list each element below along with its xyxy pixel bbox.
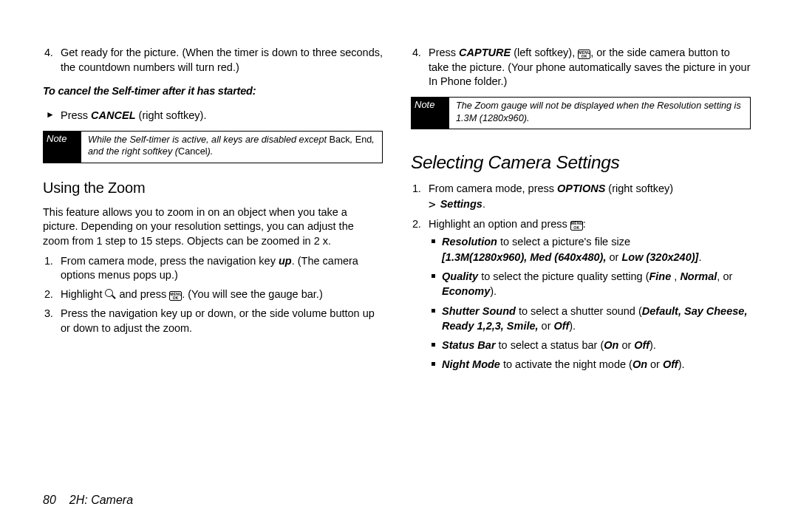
bold-key: CANCEL — [88, 109, 135, 121]
right-column: 4. Press CAPTURE (left softkey), MENU OK… — [411, 46, 751, 377]
bold-key: CAPTURE — [459, 47, 511, 58]
ordered-list: 1. From camera mode, press the navigatio… — [43, 254, 383, 336]
option-name: Quality — [442, 270, 478, 282]
menu-ok-key-icon: MENU OK — [578, 50, 590, 59]
option-values: Low (320x240)] — [621, 251, 698, 263]
page-number: 80 — [43, 494, 69, 506]
text: to select a status bar ( — [496, 339, 604, 351]
section-name: 2H: Camera — [69, 494, 133, 506]
option-value: On — [632, 358, 647, 370]
text: or — [647, 358, 663, 370]
list-number: 4. — [44, 46, 53, 61]
option-value: Normal — [680, 270, 717, 282]
option-value: Fine — [649, 270, 674, 282]
text: (left softkey), — [511, 47, 578, 58]
list-number: 1. — [412, 182, 421, 197]
text: . (You will see the gauge bar.) — [182, 288, 323, 300]
note-text: While the Self-timer is active, all keys… — [88, 134, 330, 145]
menu-ok-key-icon: MENU OK — [169, 291, 182, 301]
option-name: Shutter Sound — [442, 305, 516, 317]
list-text: Get ready for the picture. (When the tim… — [61, 47, 383, 73]
ordered-list: 4. Get ready for the picture. (When the … — [43, 46, 383, 75]
text: From camera mode, press the navigation k… — [61, 255, 279, 267]
bullet-item: Resolution to select a picture's file si… — [442, 234, 751, 265]
bold-key: OPTIONS — [557, 183, 605, 194]
main-heading: Selecting Camera Settings — [411, 150, 751, 174]
text: ). — [649, 339, 656, 351]
text: Highlight an option and press — [429, 218, 570, 230]
list-item: 3. Press the navigation key up or down, … — [61, 307, 383, 335]
list-item: 1. From camera mode, press the navigatio… — [61, 254, 383, 283]
bold-key: up — [279, 255, 292, 267]
list-number: 4. — [412, 46, 421, 61]
note-badge: Note — [43, 131, 81, 163]
two-column-layout: 4. Get ready for the picture. (When the … — [43, 46, 761, 377]
list-item: 4. Get ready for the picture. (When the … — [61, 46, 383, 75]
list-item: 1. From camera mode, press OPTIONS (righ… — [429, 182, 751, 212]
text: (right softkey). — [136, 109, 207, 121]
magnifier-icon — [105, 289, 116, 300]
text: or — [618, 339, 634, 351]
list-item: 2. Highlight and press MENU OK. (You wil… — [61, 287, 383, 302]
paragraph: This feature allows you to zoom in on an… — [43, 205, 383, 249]
text: ). — [490, 285, 497, 297]
text: . — [482, 198, 485, 210]
left-column: 4. Get ready for the picture. (When the … — [43, 46, 383, 377]
page-footer: 802H: Camera — [43, 494, 133, 507]
sub-heading: To cancel the Self-timer after it has st… — [43, 84, 383, 99]
text: Press — [61, 109, 88, 121]
text: , or — [717, 270, 732, 282]
menu-ok-key-icon: MENU OK — [570, 221, 583, 231]
note-key: Cancel — [178, 146, 208, 157]
list-item: 4. Press CAPTURE (left softkey), MENU OK… — [429, 46, 751, 89]
text: to select the picture quality setting ( — [478, 270, 649, 282]
list-number: 3. — [44, 307, 53, 321]
option-name: Status Bar — [442, 339, 496, 351]
note-callout: Note While the Self-timer is active, all… — [43, 131, 383, 163]
bold-key: Settings — [437, 198, 482, 210]
bullet-item: Status Bar to select a status bar (On or… — [442, 338, 751, 352]
option-value: Off — [554, 320, 570, 332]
text: and press — [116, 288, 169, 300]
ordered-list: 1. From camera mode, press OPTIONS (righ… — [411, 182, 751, 372]
option-value: On — [604, 339, 618, 351]
text: ). — [678, 358, 685, 370]
bullet-item: Quality to select the picture quality se… — [442, 269, 751, 299]
option-name: Night Mode — [442, 358, 500, 370]
list-number: 2. — [44, 287, 53, 302]
text: Press the navigation key up or down, or … — [61, 307, 375, 334]
note-text: ). — [208, 146, 214, 157]
list-item: 2. Highlight an option and press MENU OK… — [429, 217, 751, 372]
option-values: [1.3M(1280x960), Med (640x480), — [442, 251, 606, 263]
text: to select a picture's file size — [497, 236, 630, 248]
text: Press — [429, 47, 459, 58]
option-value: Off — [663, 358, 678, 370]
text: (right softkey) — [605, 183, 673, 194]
list-number: 1. — [44, 254, 53, 269]
note-callout: Note The Zoom gauge will not be displaye… — [411, 97, 751, 129]
note-badge: Note — [411, 97, 449, 129]
text: . — [698, 251, 701, 263]
text: From camera mode, press — [429, 183, 557, 194]
section-heading: Using the Zoom — [43, 178, 383, 198]
bullet-item: Night Mode to activate the night mode (O… — [442, 357, 751, 372]
option-value: Off — [634, 339, 649, 351]
note-text: The Zoom gauge will not be displayed whe… — [456, 100, 741, 123]
bullet-item: Shutter Sound to select a shutter sound … — [442, 304, 751, 334]
note-text: , — [350, 134, 355, 145]
bullet-list: Resolution to select a picture's file si… — [429, 234, 751, 372]
note-key: Back — [330, 134, 350, 145]
text: ). — [569, 320, 576, 332]
option-value: Economy — [442, 285, 490, 297]
note-key: End — [355, 134, 372, 145]
list-number: 2. — [412, 217, 421, 232]
text: Highlight — [61, 288, 105, 300]
text: to activate the night mode ( — [500, 358, 632, 370]
text: to select a shutter sound ( — [516, 305, 642, 317]
ordered-list: 4. Press CAPTURE (left softkey), MENU OK… — [411, 46, 751, 89]
text: or — [606, 251, 621, 263]
text: or — [539, 320, 554, 332]
action-line: Press CANCEL (right softkey). — [43, 109, 383, 123]
chevron-right-icon: > — [429, 197, 437, 211]
text: : — [583, 218, 586, 230]
